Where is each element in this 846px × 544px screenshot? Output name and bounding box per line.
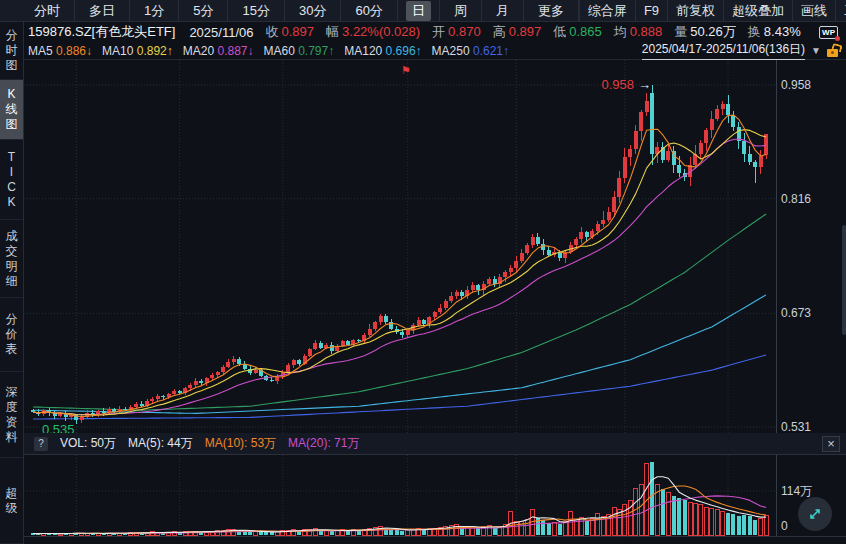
event-flag-icon: ⚑ (401, 64, 411, 77)
menu-F9[interactable]: F9 (635, 0, 667, 21)
tab-30分[interactable]: 30分 (285, 0, 341, 21)
lock-icon[interactable] (827, 49, 838, 57)
sidebar-item-分时图[interactable]: 分时图 (0, 22, 23, 80)
vertical-scrollbar-thumb[interactable] (842, 225, 846, 335)
ma-line (33, 295, 766, 414)
ma-value-MA5: MA5 0.886↓ (28, 44, 92, 58)
menu-综合屏[interactable]: 综合屏 (579, 0, 635, 21)
vol-stat: MA(5): 44万 (128, 435, 193, 452)
tab-15分[interactable]: 15分 (228, 0, 284, 21)
volume-values: VOL: 50万MA(5): 44万MA(10): 53万MA(20): 71万 (60, 435, 359, 452)
tab-月[interactable]: 月 (482, 0, 524, 21)
tab-周[interactable]: 周 (440, 0, 482, 21)
arrow-right-icon: → (638, 77, 651, 92)
expand-button[interactable] (798, 497, 832, 531)
tab-1分[interactable]: 1分 (130, 0, 179, 21)
menu-前复权[interactable]: 前复权 (667, 0, 723, 21)
field-换: 换8.43% (748, 23, 801, 41)
sidebar-item-成交明细[interactable]: 成交明细 (0, 220, 23, 298)
vol-ma-line (33, 496, 766, 534)
tab-5分[interactable]: 5分 (179, 0, 228, 21)
tab-日[interactable]: 日 (398, 0, 440, 21)
ma-line (33, 139, 766, 415)
candlestick-svg (24, 60, 776, 433)
date-range-block: 2025/04/17-2025/11/06(136日) ▼ (642, 41, 838, 60)
symbol-name: 159876.SZ[有色龙头ETF] (28, 23, 175, 41)
sidebar-item-深度资料[interactable]: 深度资料 (0, 372, 23, 458)
ma-value-MA120: MA120 0.696↑ (344, 44, 421, 58)
high-price-annotation: 0.958 (562, 77, 634, 92)
ma-value-MA20: MA20 0.887↓ (183, 44, 254, 58)
vol-ma-line (33, 486, 766, 534)
chevron-down-icon[interactable]: ▼ (811, 45, 821, 56)
price-tick-0.958: 0.958 (781, 78, 811, 92)
tab-60分[interactable]: 60分 (341, 0, 397, 21)
ma-line (33, 115, 766, 416)
sidebar-item-超级[interactable]: 超级 (0, 458, 23, 544)
period-toolbar: 分时多日1分5分15分30分60分日周月更多 综合屏F9前复权超级叠加画线工具⚙… (0, 0, 846, 22)
field-均: 均0.888 (614, 23, 663, 41)
vol-tick-0: 0 (781, 519, 788, 533)
menu-超级叠加[interactable]: 超级叠加 (723, 0, 792, 21)
price-axis: 0.9580.8160.6730.531 (776, 60, 846, 433)
field-收: 收0.897 (266, 23, 315, 41)
vol-stat: MA(20): 71万 (288, 435, 359, 452)
ma-value-MA10: MA10 0.892↑ (102, 44, 173, 58)
sidebar-item-分价表[interactable]: 分价表 (0, 298, 23, 372)
tab-多日[interactable]: 多日 (75, 0, 130, 21)
quote-date: 2025/11/06 (189, 25, 253, 40)
main-gridlines (24, 60, 776, 433)
volume-svg (24, 455, 776, 537)
volume-indicator-bar: ? VOL: 50万MA(5): 44万MA(10): 53万MA(20): 7… (24, 433, 846, 455)
vol-tick-114万: 114万 (781, 484, 812, 498)
field-量: 量50.26万 (674, 23, 736, 41)
field-高: 高0.897 (493, 23, 542, 41)
volume-chart[interactable] (24, 455, 776, 537)
toolbar-menus: 综合屏F9前复权超级叠加画线工具⚙?» (579, 0, 846, 21)
vol-stat: VOL: 50万 (60, 435, 116, 452)
price-tick-0.531: 0.531 (781, 420, 811, 434)
sidebar-item-TICK[interactable]: TICK (0, 140, 23, 220)
ma-line (33, 130, 766, 415)
field-幅: 幅3.22%(0.028) (326, 23, 420, 41)
tab-更多[interactable]: 更多 (524, 0, 579, 21)
vol-stat: MA(10): 53万 (205, 435, 276, 452)
view-sidebar: 分时图K线图TICK成交明细分价表深度资料超级 (0, 22, 24, 544)
menu-工具[interactable]: 工具 (835, 0, 846, 21)
period-tabs: 分时多日1分5分15分30分60分日周月更多 (0, 0, 579, 21)
quote-bar: 159876.SZ[有色龙头ETF] 2025/11/06 收0.897幅3.2… (24, 22, 846, 42)
field-低: 低0.865 (553, 23, 602, 41)
date-range[interactable]: 2025/04/17-2025/11/06(136日) (642, 41, 805, 60)
candles (31, 85, 768, 424)
field-开: 开0.870 (432, 23, 481, 41)
close-icon[interactable]: × (822, 436, 840, 452)
ma-values: MA5 0.886↓MA10 0.892↑MA20 0.887↓MA60 0.7… (28, 44, 519, 58)
ma-value-MA250: MA250 0.621↑ (432, 44, 509, 58)
ma-indicator-bar: MA5 0.886↓MA10 0.892↑MA20 0.887↓MA60 0.7… (24, 42, 846, 60)
expand-arrows-icon (805, 504, 825, 524)
price-tick-0.816: 0.816 (781, 192, 811, 206)
tab-分时[interactable]: 分时 (20, 0, 75, 21)
candlestick-chart[interactable]: 0.958 → 0.535 ⚑ (24, 60, 776, 433)
indicator-help-button[interactable]: ? (34, 437, 48, 451)
price-tick-0.673: 0.673 (781, 306, 811, 320)
stock-app-window: 分时多日1分5分15分30分60分日周月更多 综合屏F9前复权超级叠加画线工具⚙… (0, 0, 846, 544)
sidebar-item-K线图[interactable]: K线图 (0, 80, 23, 140)
volume-bars (31, 462, 768, 535)
ma-value-MA60: MA60 0.797↑ (263, 44, 334, 58)
wp-badge[interactable]: WP (819, 26, 838, 39)
menu-画线[interactable]: 画线 (792, 0, 835, 21)
quote-fields: 收0.897幅3.22%(0.028)开0.870高0.897低0.865均0.… (266, 23, 813, 41)
